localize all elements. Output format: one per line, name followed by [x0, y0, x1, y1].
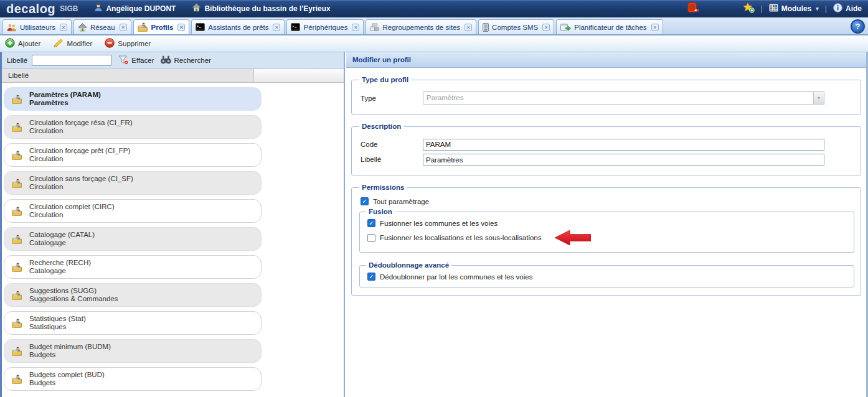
home-icon: [78, 23, 87, 32]
checkbox[interactable]: ✓: [367, 273, 375, 281]
permissions-fieldset-legend: Permissions: [359, 184, 407, 191]
profile-row[interactable]: Catalogage (CATAL)Catalogage: [4, 227, 262, 251]
profile-row[interactable]: Suggestions (SUGG)Suggestions & Commande…: [4, 283, 262, 307]
list-column-header: Libellé: [2, 69, 344, 83]
tab-profils[interactable]: Profils×: [133, 19, 190, 34]
edit-button[interactable]: Modifier: [53, 38, 92, 49]
profile-name: Budgets complet (BUD): [29, 371, 105, 379]
code-label: Code: [361, 141, 423, 148]
tab-reseau[interactable]: Réseau×: [73, 19, 131, 34]
profile-category: Suggestions & Commandes: [29, 295, 118, 303]
profile-row[interactable]: Paramètres (PARAM)Paramètres: [4, 87, 262, 111]
profile-row[interactable]: Budget minimum (BUDM)Budgets: [4, 339, 262, 363]
terminal-icon: [196, 23, 205, 31]
tab-assistants-de-prets[interactable]: Assistants de prêts×: [191, 19, 285, 34]
terminal-icon: [291, 23, 300, 31]
add-button[interactable]: Ajouter: [5, 38, 40, 49]
profile-row[interactable]: Budgets complet (BUD)Budgets: [4, 367, 262, 391]
checkbox-row: ✓Fusionner les communes et les voies: [365, 219, 849, 227]
checkbox[interactable]: [367, 234, 375, 242]
tab-close-icon[interactable]: ×: [651, 24, 659, 31]
profile-folder-icon: [12, 319, 22, 328]
filter-input[interactable]: [32, 55, 111, 66]
favorites-add-icon[interactable]: [743, 2, 755, 15]
chevron-down-icon[interactable]: ▾: [813, 92, 824, 104]
checkbox-label: Dédoublonner par lot les communes et les…: [380, 273, 532, 281]
tab-close-icon[interactable]: ×: [120, 24, 127, 31]
current-site[interactable]: Bibliothèque du bassin de l'Eyrieux: [192, 3, 330, 14]
delete-button[interactable]: Supprimer: [105, 38, 151, 49]
profile-category: Circulation: [29, 183, 133, 191]
tabbar: Utilisateurs×Réseau×Profils×Assistants d…: [0, 17, 868, 35]
column-empty: [254, 69, 344, 82]
profile-row[interactable]: Circulation forçage prêt (CI_FP)Circulat…: [4, 143, 262, 167]
profile-category: Paramètres: [29, 99, 101, 107]
profile-row[interactable]: Recherche (RECH)Catalogage: [4, 255, 262, 279]
fusion-fieldset: Fusion ✓Fusionner les communes et les vo…: [359, 208, 854, 253]
tab-planificateur-de-taches[interactable]: Planificateur de tâches×: [556, 19, 663, 34]
home-icon: [192, 3, 201, 14]
app-logo: decalog: [6, 1, 55, 17]
funnel-clear-icon: [118, 55, 129, 66]
profile-category: Circulation: [29, 155, 130, 163]
profile-row[interactable]: Circulation forçage résa (CI_FR)Circulat…: [4, 115, 262, 139]
profile-folder-icon: [12, 291, 22, 300]
checkbox[interactable]: ✓: [367, 219, 375, 227]
tab-comptes-sms[interactable]: Comptes SMS×: [478, 19, 554, 34]
profile-folder-icon: [12, 375, 22, 384]
pencil-icon: [53, 38, 64, 49]
filter-bar: Libellé Effacer Rechercher: [2, 52, 344, 69]
tab-utilisateurs[interactable]: Utilisateurs×: [2, 19, 72, 34]
exit-icon[interactable]: [687, 2, 699, 14]
profile-row[interactable]: Statistiques (Stat)Statistiques: [4, 311, 262, 335]
libelle-input[interactable]: [423, 154, 824, 166]
topbar: decalog SIGB Angélique DUPONT Bibliothèq…: [0, 0, 868, 17]
phone-icon: [483, 23, 489, 32]
search-button[interactable]: Rechercher: [161, 55, 210, 65]
profile-name: Suggestions (SUGG): [29, 287, 118, 295]
tab-close-icon[interactable]: ×: [352, 24, 359, 31]
profile-name: Circulation complet (CIRC): [29, 203, 115, 211]
profile-name: Circulation forçage prêt (CI_FP): [29, 147, 130, 155]
current-user[interactable]: Angélique DUPONT: [94, 3, 176, 14]
tab-close-icon[interactable]: ×: [177, 24, 185, 31]
dedup-fieldset: Dédoublonnage avancé ✓Dédoublonner par l…: [359, 261, 854, 287]
type-select[interactable]: Paramètres ▾: [423, 91, 824, 105]
tab-regroupements-de-sites[interactable]: Regroupements de sites×: [366, 19, 476, 34]
modules-grid-icon: [769, 4, 778, 14]
profile-category: Statistiques: [29, 323, 86, 331]
type-label: Type: [361, 95, 423, 102]
profile-name: Paramètres (PARAM): [29, 91, 101, 99]
help-menu[interactable]: Aide: [833, 3, 862, 14]
code-input[interactable]: [423, 139, 824, 151]
profile-folder-icon: [12, 151, 22, 160]
profile-category: Catalogage: [29, 267, 91, 275]
type-fieldset-legend: Type du profil: [359, 76, 411, 83]
profile-folder-icon: [12, 207, 22, 216]
profile-category: Circulation: [29, 211, 115, 219]
libelle-label: Libellé: [361, 156, 423, 163]
profile-folder-icon: [12, 347, 22, 356]
clear-filter-button[interactable]: Effacer: [118, 55, 154, 66]
all-params-row: ✓ Tout paramètrage: [358, 197, 854, 205]
tab-close-icon[interactable]: ×: [542, 24, 550, 31]
column-libelle[interactable]: Libellé: [2, 69, 254, 82]
profile-name: Recherche (RECH): [29, 259, 91, 267]
tab-close-icon[interactable]: ×: [60, 24, 67, 31]
panel-title: Modifier un profil: [346, 52, 866, 68]
dedup-fieldset-legend: Dédoublonnage avancé: [366, 261, 451, 269]
tab-close-icon[interactable]: ×: [465, 24, 472, 31]
profiles-list-panel: Libellé Effacer Rechercher Libellé Param…: [2, 52, 345, 397]
profile-row[interactable]: Circulation sans forçage (CI_SF)Circulat…: [4, 171, 262, 195]
checkbox-label: Fusionner les localisations et les sous-…: [380, 234, 542, 241]
tab-close-icon[interactable]: ×: [273, 24, 280, 31]
profile-folder-icon: [12, 179, 22, 188]
binoculars-icon: [161, 55, 171, 65]
application-window: decalog SIGB Angélique DUPONT Bibliothèq…: [0, 0, 868, 397]
all-params-checkbox[interactable]: ✓: [361, 197, 369, 205]
description-fieldset-legend: Description: [359, 123, 403, 130]
modules-menu[interactable]: Modules ▾: [769, 4, 819, 14]
profile-row[interactable]: Circulation complet (CIRC)Circulation: [4, 199, 262, 223]
tab-peripheriques[interactable]: Périphériques×: [286, 19, 364, 34]
help-circle-icon[interactable]: ?: [851, 19, 865, 34]
